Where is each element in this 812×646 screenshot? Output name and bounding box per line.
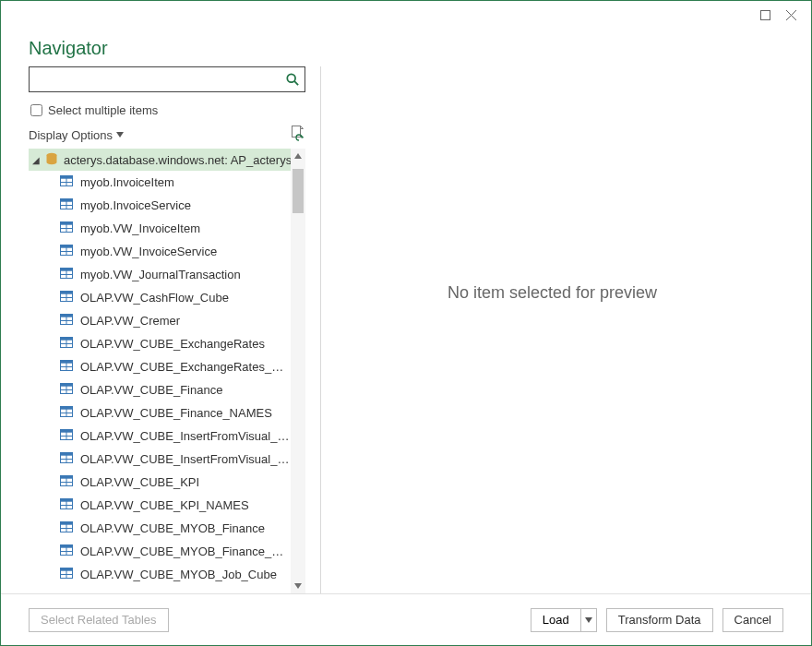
tree-item-label: OLAP.VW_Cremer: [80, 314, 180, 328]
table-icon: [60, 521, 73, 535]
search-box[interactable]: [29, 66, 305, 92]
table-icon: [60, 544, 73, 558]
tree-item[interactable]: OLAP.VW_CUBE_MYOB_Finance_NAMES: [29, 540, 291, 563]
tree-item-label: myob.VW_InvoiceItem: [80, 221, 200, 235]
svg-marker-83: [294, 583, 302, 589]
tree-item[interactable]: OLAP.VW_CUBE_MYOB_Finance: [29, 517, 291, 540]
display-options-dropdown[interactable]: Display Options: [29, 128, 124, 142]
select-multiple-items-label: Select multiple items: [48, 103, 158, 117]
tree-item[interactable]: myob.VW_InvoiceService: [29, 240, 291, 263]
svg-marker-7: [300, 126, 303, 129]
table-icon: [60, 568, 73, 581]
tree-item[interactable]: OLAP.VW_CashFlow_Cube: [29, 286, 291, 309]
svg-marker-5: [116, 132, 124, 138]
table-icon: [60, 198, 73, 212]
table-icon: [60, 475, 73, 489]
tree-item[interactable]: OLAP.VW_CUBE_KPI_NAMES: [29, 494, 291, 517]
tree-item-label: OLAP.VW_CUBE_MYOB_Finance: [80, 521, 265, 535]
table-icon: [60, 175, 73, 189]
tree-item[interactable]: OLAP.VW_CUBE_Finance: [29, 378, 291, 401]
search-input[interactable]: [30, 68, 281, 90]
scroll-up-icon[interactable]: [291, 149, 305, 163]
svg-marker-84: [585, 617, 592, 623]
table-icon: [60, 360, 73, 374]
scroll-down-icon[interactable]: [291, 579, 305, 593]
tree-item[interactable]: myob.InvoiceItem: [29, 171, 291, 194]
svg-marker-82: [294, 153, 302, 159]
refresh-icon: [291, 126, 304, 144]
close-button[interactable]: [778, 2, 804, 28]
tree-item-label: myob.InvoiceItem: [80, 175, 174, 189]
select-multiple-items-checkbox[interactable]: Select multiple items: [29, 103, 305, 117]
tree-item[interactable]: OLAP.VW_CUBE_ExchangeRates_NAMES: [29, 355, 291, 378]
tree-item[interactable]: myob.VW_JournalTransaction: [29, 263, 291, 286]
tree-item[interactable]: myob.VW_InvoiceItem: [29, 217, 291, 240]
tree-item-label: OLAP.VW_CUBE_MYOB_Job_Cube: [80, 568, 277, 581]
chevron-down-icon: [116, 132, 124, 138]
navigator-dialog: Navigator Select multiple items Display …: [0, 0, 812, 646]
dialog-footer: Select Related Tables Load Transform Dat…: [1, 593, 811, 645]
table-icon: [60, 452, 73, 466]
display-options-label: Display Options: [29, 128, 113, 142]
tree-item[interactable]: myob.InvoiceService: [29, 194, 291, 217]
table-icon: [60, 291, 73, 305]
tree-item[interactable]: OLAP.VW_CUBE_InsertFromVisual_Cube_...: [29, 448, 291, 471]
table-icon: [60, 429, 73, 443]
scroll-thumb[interactable]: [293, 169, 304, 213]
tree-root-node[interactable]: ◢ acterys.database.windows.net: AP_acter…: [29, 149, 291, 171]
table-icon: [60, 498, 73, 512]
preview-empty-label: No item selected for preview: [448, 283, 657, 303]
table-icon: [60, 245, 73, 258]
svg-line-4: [294, 81, 298, 85]
table-icon: [60, 221, 73, 235]
dialog-header: Navigator: [1, 29, 811, 66]
tree-root-label: acterys.database.windows.net: AP_acterys…: [64, 153, 291, 167]
collapse-icon[interactable]: ◢: [32, 155, 40, 165]
refresh-button[interactable]: [289, 126, 305, 143]
tree-item-label: OLAP.VW_CUBE_ExchangeRates: [80, 337, 265, 351]
database-icon: [45, 152, 58, 168]
tree-item-label: myob.VW_InvoiceService: [80, 245, 217, 258]
svg-marker-8: [301, 136, 304, 138]
load-dropdown-caret[interactable]: [580, 608, 597, 632]
dialog-title: Navigator: [29, 38, 783, 59]
tree-item-label: OLAP.VW_CUBE_MYOB_Finance_NAMES: [80, 544, 291, 558]
cancel-button[interactable]: Cancel: [722, 608, 783, 632]
tree-item[interactable]: OLAP.VW_CUBE_MYOB_Job_Cube: [29, 563, 291, 586]
tree-item[interactable]: OLAP.VW_CUBE_InsertFromVisual_Cube: [29, 425, 291, 448]
svg-point-3: [287, 74, 295, 82]
left-pane: Select multiple items Display Options: [29, 66, 305, 593]
table-icon: [60, 383, 73, 397]
load-split-button[interactable]: Load: [531, 608, 597, 632]
display-options-row: Display Options: [29, 126, 305, 143]
transform-data-button[interactable]: Transform Data: [606, 608, 713, 632]
preview-pane: No item selected for preview: [321, 66, 783, 593]
vertical-scrollbar[interactable]: [291, 149, 305, 593]
tree-item[interactable]: OLAP.VW_CUBE_KPI: [29, 471, 291, 494]
tree-item[interactable]: OLAP.VW_CUBE_ExchangeRates: [29, 332, 291, 355]
tree-view: ◢ acterys.database.windows.net: AP_acter…: [29, 149, 305, 593]
tree-item-label: OLAP.VW_CUBE_InsertFromVisual_Cube_...: [80, 452, 291, 466]
load-button[interactable]: Load: [531, 608, 580, 632]
chevron-down-icon: [585, 617, 592, 623]
select-multiple-items-input[interactable]: [30, 104, 42, 116]
tree-item-label: OLAP.VW_CUBE_Finance_NAMES: [80, 406, 272, 420]
tree-item-label: OLAP.VW_CUBE_ExchangeRates_NAMES: [80, 360, 291, 374]
tree-item[interactable]: OLAP.VW_CUBE_Finance_NAMES: [29, 401, 291, 425]
search-icon[interactable]: [281, 67, 304, 91]
table-icon: [60, 314, 73, 328]
tree-item-label: OLAP.VW_CUBE_KPI_NAMES: [80, 498, 249, 512]
tree-item-label: OLAP.VW_CUBE_Finance: [80, 383, 222, 397]
select-related-tables-button[interactable]: Select Related Tables: [29, 608, 169, 632]
tree-item-label: OLAP.VW_CUBE_InsertFromVisual_Cube: [80, 429, 291, 443]
maximize-button[interactable]: [752, 2, 778, 28]
dialog-body: Select multiple items Display Options: [1, 66, 811, 593]
svg-rect-0: [760, 10, 770, 19]
table-icon: [60, 406, 73, 420]
table-icon: [60, 337, 73, 351]
titlebar: [1, 1, 811, 29]
table-icon: [60, 268, 73, 281]
tree-item-label: myob.InvoiceService: [80, 198, 191, 212]
tree-item[interactable]: OLAP.VW_Cremer: [29, 309, 291, 332]
tree-item-label: OLAP.VW_CashFlow_Cube: [80, 291, 229, 305]
